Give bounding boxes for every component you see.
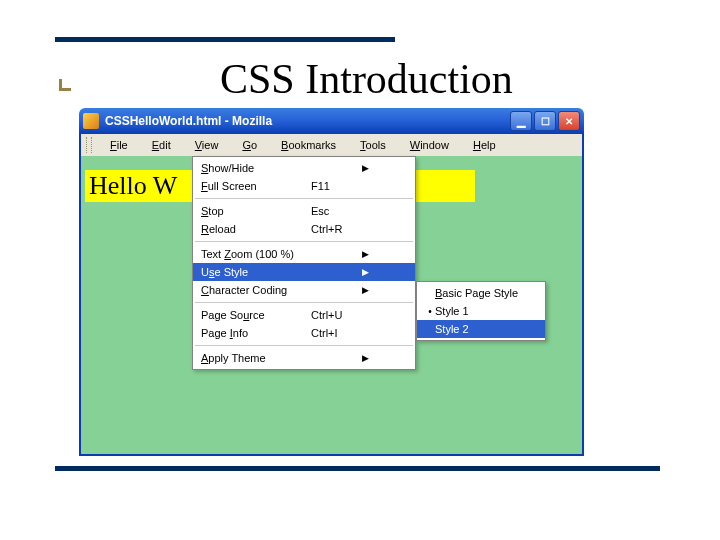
menu-go[interactable]: Go [230, 136, 269, 154]
view-menu-item[interactable]: StopEsc [193, 202, 415, 220]
submenu-arrow-icon: ▶ [359, 285, 369, 295]
view-menu-item[interactable]: Character Coding▶ [193, 281, 415, 299]
view-menu-item[interactable]: Apply Theme▶ [193, 349, 415, 367]
menu-item-label: Reload [201, 223, 311, 235]
decorative-corner-mark [59, 79, 71, 91]
submenu-arrow-icon: ▶ [359, 163, 369, 173]
menu-item-label: Character Coding [201, 284, 311, 296]
menu-item-label: Text Zoom (100 %) [201, 248, 311, 260]
toolbar-grip-icon[interactable] [86, 137, 92, 153]
menu-separator [195, 198, 413, 199]
window-title: CSSHelloWorld.html - Mozilla [105, 114, 510, 128]
menu-window[interactable]: Window [398, 136, 461, 154]
window-buttons [510, 111, 580, 131]
style-submenu-item[interactable]: •Style 1 [417, 302, 545, 320]
submenu-item-label: Style 1 [435, 305, 525, 317]
menu-item-label: Stop [201, 205, 311, 217]
menu-item-label: Page Source [201, 309, 311, 321]
decorative-top-rule [55, 37, 395, 42]
view-menu-item[interactable]: Full ScreenF11 [193, 177, 415, 195]
menu-item-accelerator: Ctrl+U [311, 309, 359, 321]
menu-item-accelerator: Esc [311, 205, 359, 217]
menu-item-accelerator: F11 [311, 180, 359, 192]
slide-title: CSS Introduction [220, 55, 513, 103]
close-button[interactable] [558, 111, 580, 131]
menu-item-label: Full Screen [201, 180, 311, 192]
menu-item-label: Apply Theme [201, 352, 311, 364]
decorative-bottom-rule [55, 466, 660, 471]
maximize-button[interactable] [534, 111, 556, 131]
browser-window: CSSHelloWorld.html - Mozilla FileEditVie… [79, 108, 584, 456]
titlebar[interactable]: CSSHelloWorld.html - Mozilla [79, 108, 584, 134]
menu-item-accelerator: Ctrl+I [311, 327, 359, 339]
view-menu-dropdown: Show/Hide▶Full ScreenF11StopEscReloadCtr… [192, 156, 416, 370]
menu-file[interactable]: File [98, 136, 140, 154]
menu-item-accelerator: Ctrl+R [311, 223, 359, 235]
view-menu-item[interactable]: Use Style▶ [193, 263, 415, 281]
style-submenu-item[interactable]: Basic Page Style [417, 284, 545, 302]
view-menu-item[interactable]: Show/Hide▶ [193, 159, 415, 177]
submenu-arrow-icon: ▶ [359, 267, 369, 277]
menu-item-label: Use Style [201, 266, 311, 278]
style-submenu-item[interactable]: Style 2 [417, 320, 545, 338]
menu-bookmarks[interactable]: Bookmarks [269, 136, 348, 154]
use-style-submenu: Basic Page Style•Style 1Style 2 [416, 281, 546, 341]
view-menu-item[interactable]: Page InfoCtrl+I [193, 324, 415, 342]
submenu-item-label: Basic Page Style [435, 287, 525, 299]
menubar: FileEditViewGoBookmarksToolsWindowHelp [79, 134, 584, 156]
menu-view[interactable]: View [183, 136, 231, 154]
minimize-button[interactable] [510, 111, 532, 131]
menu-separator [195, 302, 413, 303]
menu-separator [195, 241, 413, 242]
submenu-arrow-icon: ▶ [359, 249, 369, 259]
radio-dot-icon: • [425, 306, 435, 317]
view-menu-item[interactable]: Page SourceCtrl+U [193, 306, 415, 324]
menu-item-label: Page Info [201, 327, 311, 339]
submenu-item-label: Style 2 [435, 323, 525, 335]
submenu-arrow-icon: ▶ [359, 353, 369, 363]
menu-help[interactable]: Help [461, 136, 508, 154]
view-menu-item[interactable]: Text Zoom (100 %)▶ [193, 245, 415, 263]
mozilla-app-icon [83, 113, 99, 129]
menu-separator [195, 345, 413, 346]
menu-item-label: Show/Hide [201, 162, 311, 174]
menu-edit[interactable]: Edit [140, 136, 183, 154]
menu-tools[interactable]: Tools [348, 136, 398, 154]
view-menu-item[interactable]: ReloadCtrl+R [193, 220, 415, 238]
